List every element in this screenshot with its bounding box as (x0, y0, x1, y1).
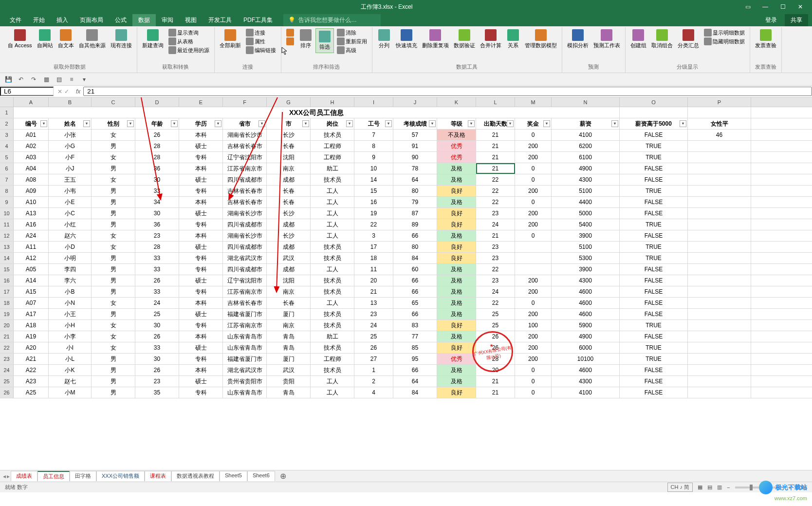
cell[interactable]: 26 (354, 342, 393, 353)
cell[interactable]: 小J (49, 163, 92, 174)
tell-me-box[interactable]: 💡 告诉我您想要做什么… (283, 14, 381, 26)
row-header[interactable]: 19 (0, 309, 14, 319)
cell[interactable]: 200 (515, 152, 552, 163)
row-header[interactable]: 18 (0, 298, 14, 308)
cell[interactable] (688, 342, 751, 353)
col-header-J[interactable]: J (393, 97, 437, 107)
row-header[interactable]: 3 (0, 130, 14, 140)
cell[interactable]: 女 (92, 174, 135, 185)
cell[interactable]: 李四 (49, 264, 92, 275)
cell[interactable]: 助工 (311, 331, 354, 342)
cell[interactable]: A08 (14, 174, 49, 185)
row-header[interactable]: 4 (0, 141, 14, 151)
cell[interactable]: 及格 (437, 376, 476, 387)
cell[interactable]: 8 (354, 141, 393, 151)
cell[interactable]: 10 (354, 163, 393, 174)
cell[interactable]: 本科 (179, 298, 223, 308)
qat-btn6[interactable]: ≡ (67, 75, 76, 84)
cell[interactable]: 山东省青岛市 (223, 342, 267, 353)
cell[interactable]: 工程师 (311, 141, 354, 151)
filter-dropdown-icon[interactable]: ▾ (127, 120, 134, 127)
cell[interactable]: 女 (92, 320, 135, 331)
cell[interactable]: 优秀 (437, 141, 476, 151)
col-header-N[interactable]: N (552, 97, 620, 107)
sheet-tab-课程表[interactable]: 课程表 (145, 471, 171, 481)
sheet-tab-田字格[interactable]: 田字格 (70, 471, 96, 481)
table-header-cell[interactable]: 工号▾ (354, 118, 393, 129)
undo-icon[interactable]: ↶ (17, 75, 25, 84)
cell[interactable]: 厦门 (267, 309, 311, 319)
sheet-tab-员工信息[interactable]: 员工信息 (37, 471, 70, 481)
cell[interactable]: 良好 (437, 342, 476, 353)
cell[interactable]: 南京 (267, 163, 311, 174)
cell[interactable]: 武汉 (267, 253, 311, 263)
cell[interactable]: 23 (135, 230, 179, 241)
cell[interactable]: 专科 (179, 253, 223, 263)
cell[interactable]: 成都 (267, 264, 311, 275)
cell[interactable] (688, 309, 751, 319)
cell[interactable]: 技术员 (311, 253, 354, 263)
cell[interactable] (515, 242, 552, 252)
table-header-cell[interactable]: 薪资▾ (552, 118, 620, 129)
cell[interactable]: 200 (515, 219, 552, 230)
cell[interactable]: 100 (515, 320, 552, 331)
row-header[interactable]: 6 (0, 163, 14, 174)
cell[interactable]: 工程师 (311, 354, 354, 364)
cell[interactable]: FALSE (620, 376, 688, 387)
cell[interactable]: FALSE (620, 331, 688, 342)
cell[interactable]: 36 (135, 163, 179, 174)
table-header-cell[interactable]: 省市▾ (223, 118, 267, 129)
cell[interactable]: 工人 (311, 208, 354, 219)
zoom-out[interactable]: − (727, 485, 730, 490)
cell[interactable]: 工人 (311, 387, 354, 398)
cell[interactable]: 硕士 (179, 141, 223, 151)
cell[interactable] (688, 253, 751, 263)
ribbon-btn-筛选[interactable]: 筛选 (315, 28, 334, 53)
ribbon-btn-关系[interactable]: 关系 (504, 28, 522, 50)
cell[interactable] (688, 286, 751, 297)
cell[interactable]: 山东省青岛市 (223, 387, 267, 398)
cell[interactable]: 200 (515, 275, 552, 286)
cell[interactable]: 及格 (437, 197, 476, 207)
cell[interactable]: 2 (354, 376, 393, 387)
cell[interactable]: 硕士 (179, 342, 223, 353)
col-header-I[interactable]: I (354, 97, 393, 107)
cell[interactable]: 66 (393, 309, 437, 319)
ribbon-sub-连接[interactable]: 连接 (244, 28, 278, 37)
cell[interactable] (688, 354, 751, 364)
ribbon-btn-分类汇总[interactable]: 分类汇总 (676, 28, 701, 50)
cell[interactable]: 青岛 (267, 331, 311, 342)
cell[interactable]: 技术员 (311, 342, 354, 353)
filter-dropdown-icon[interactable]: ▾ (346, 120, 353, 127)
cell[interactable]: 21 (354, 286, 393, 297)
cell[interactable]: 湖南省长沙市 (223, 230, 267, 241)
cell[interactable]: TRUE (620, 342, 688, 353)
cell[interactable]: 男 (92, 186, 135, 196)
cell[interactable]: 85 (393, 342, 437, 353)
cell[interactable]: FALSE (620, 387, 688, 398)
cell[interactable]: 4100 (552, 130, 620, 140)
cell[interactable]: 64 (393, 376, 437, 387)
cell[interactable]: A11 (14, 242, 49, 252)
cell[interactable]: 小I (49, 342, 92, 353)
cell[interactable]: 本科 (179, 331, 223, 342)
cell[interactable] (688, 298, 751, 308)
cell[interactable]: A04 (14, 163, 49, 174)
row-header[interactable]: 25 (0, 376, 14, 387)
row-header[interactable]: 21 (0, 331, 14, 342)
cell[interactable]: TRUE (620, 141, 688, 151)
sheet-title[interactable]: XXX公司员工信息 (14, 107, 620, 118)
cell[interactable]: 小C (49, 208, 92, 219)
cell[interactable]: FALSE (620, 130, 688, 140)
cell[interactable]: 80 (393, 186, 437, 196)
cell[interactable]: 33 (135, 286, 179, 297)
cell[interactable]: 硕士 (179, 208, 223, 219)
cell[interactable]: 4600 (552, 298, 620, 308)
cell[interactable]: 长沙 (267, 230, 311, 241)
cell[interactable]: 贵州省贵阳市 (223, 376, 267, 387)
qat-btn4[interactable]: ▦ (42, 75, 51, 84)
cell[interactable]: 专科 (179, 152, 223, 163)
cell[interactable]: 78 (393, 163, 437, 174)
cell[interactable]: 小韦 (49, 186, 92, 196)
cell[interactable]: 王五 (49, 174, 92, 185)
